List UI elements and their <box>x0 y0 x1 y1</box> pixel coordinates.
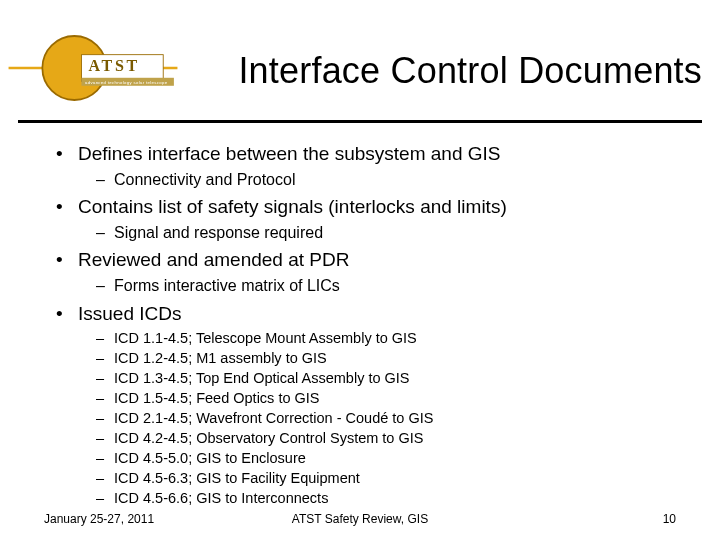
sub-item: ICD 4.2-4.5; Observatory Control System … <box>108 428 676 448</box>
sub-list: Signal and response required <box>78 222 676 244</box>
sub-list: ICD 1.1-4.5; Telescope Mount Assembly to… <box>78 328 676 508</box>
sub-item: ICD 1.5-4.5; Feed Optics to GIS <box>108 388 676 408</box>
sub-item: ICD 4.5-6.3; GIS to Facility Equipment <box>108 468 676 488</box>
sub-item: ICD 1.3-4.5; Top End Optical Assembly to… <box>108 368 676 388</box>
sub-item: Connectivity and Protocol <box>108 169 676 191</box>
slide-content: Defines interface between the subsystem … <box>0 123 720 508</box>
sub-item: Signal and response required <box>108 222 676 244</box>
footer-date: January 25-27, 2011 <box>44 512 154 526</box>
sub-item: ICD 4.5-5.0; GIS to Enclosure <box>108 448 676 468</box>
sub-text: ICD 4.5-6.3; GIS to Facility Equipment <box>114 470 360 486</box>
sub-list: Forms interactive matrix of LICs <box>78 275 676 297</box>
bullet-text: Reviewed and amended at PDR <box>78 249 349 270</box>
sub-item: Forms interactive matrix of LICs <box>108 275 676 297</box>
sub-text: Signal and response required <box>114 224 323 241</box>
page-title: Interface Control Documents <box>238 50 702 92</box>
bullet-text: Contains list of safety signals (interlo… <box>78 196 507 217</box>
bullet-text: Defines interface between the subsystem … <box>78 143 500 164</box>
sub-item: ICD 2.1-4.5; Wavefront Correction - Coud… <box>108 408 676 428</box>
sub-text: ICD 2.1-4.5; Wavefront Correction - Coud… <box>114 410 433 426</box>
sub-item: ICD 4.5-6.6; GIS to Interconnects <box>108 488 676 508</box>
bullet-item: Reviewed and amended at PDR Forms intera… <box>66 247 676 296</box>
slide: ATST advanced technology solar telescope… <box>0 0 720 540</box>
logo-tagline-text: advanced technology solar telescope <box>85 80 168 85</box>
slide-header: ATST advanced technology solar telescope… <box>18 0 702 123</box>
bullet-list: Defines interface between the subsystem … <box>44 141 676 508</box>
bullet-item: Issued ICDs ICD 1.1-4.5; Telescope Mount… <box>66 301 676 509</box>
atst-logo: ATST advanced technology solar telescope <box>8 28 178 108</box>
sub-text: ICD 1.2-4.5; M1 assembly to GIS <box>114 350 327 366</box>
sub-text: Forms interactive matrix of LICs <box>114 277 340 294</box>
bullet-item: Contains list of safety signals (interlo… <box>66 194 676 243</box>
logo-brand-text: ATST <box>89 57 140 74</box>
sub-text: ICD 4.5-6.6; GIS to Interconnects <box>114 490 328 506</box>
sub-list: Connectivity and Protocol <box>78 169 676 191</box>
footer-pagenum: 10 <box>663 512 676 526</box>
sub-item: ICD 1.1-4.5; Telescope Mount Assembly to… <box>108 328 676 348</box>
bullet-item: Defines interface between the subsystem … <box>66 141 676 190</box>
sub-text: ICD 1.3-4.5; Top End Optical Assembly to… <box>114 370 410 386</box>
sub-text: ICD 4.2-4.5; Observatory Control System … <box>114 430 423 446</box>
sub-item: ICD 1.2-4.5; M1 assembly to GIS <box>108 348 676 368</box>
bullet-text: Issued ICDs <box>78 303 181 324</box>
sub-text: ICD 4.5-5.0; GIS to Enclosure <box>114 450 306 466</box>
sub-text: Connectivity and Protocol <box>114 171 295 188</box>
slide-footer: January 25-27, 2011 ATST Safety Review, … <box>0 512 720 526</box>
sub-text: ICD 1.1-4.5; Telescope Mount Assembly to… <box>114 330 417 346</box>
sub-text: ICD 1.5-4.5; Feed Optics to GIS <box>114 390 320 406</box>
